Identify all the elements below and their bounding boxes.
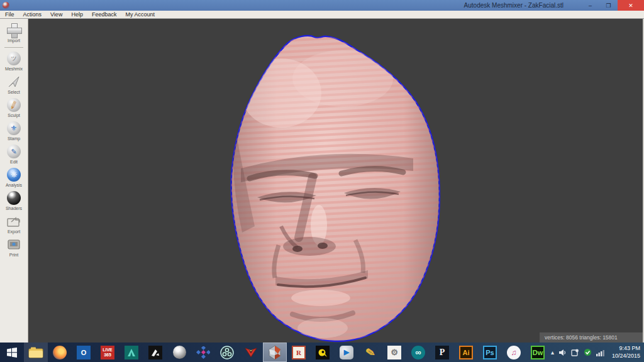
close-button[interactable]: ✕: [618, 0, 644, 11]
red-v-icon: [244, 346, 258, 359]
sync-status-icon[interactable]: [584, 348, 592, 356]
face-model[interactable]: [28, 19, 641, 343]
taskbar-sketch-app[interactable]: ✎: [358, 343, 382, 362]
window-title: Autodesk Meshmixer - ZakFacial.stl: [464, 2, 564, 9]
taskbar-illustrator[interactable]: Ai: [454, 343, 478, 362]
tool-meshmix[interactable]: ツ Meshmix: [0, 51, 28, 71]
meshmixer-window: Autodesk Meshmixer - ZakFacial.stl – ❐ ✕…: [0, 0, 644, 362]
taskbar-app-teal-arch[interactable]: [119, 343, 143, 362]
minimize-button[interactable]: –: [581, 0, 599, 11]
taskbar-carving-tool[interactable]: [143, 343, 167, 362]
processing-p-icon: P: [435, 346, 449, 359]
menu-view[interactable]: View: [50, 11, 62, 18]
taskbar-arduino[interactable]: ∞: [406, 343, 430, 362]
node-network-icon: [196, 346, 210, 359]
menu-feedback[interactable]: Feedback: [92, 11, 117, 18]
sphere-brush-icon: 🖉: [7, 98, 21, 112]
taskbar-media-player[interactable]: ▶: [335, 343, 358, 362]
maximize-button[interactable]: ❐: [599, 0, 618, 11]
taskbar-network-app[interactable]: [191, 343, 215, 362]
menu-actions[interactable]: Actions: [23, 11, 42, 18]
live365-icon: LIVE365: [101, 346, 114, 359]
r-block-icon: R: [292, 346, 306, 359]
mesh-stats: vertices: 8056 triangles: 15801: [540, 332, 643, 343]
folder-arrow-icon: [6, 214, 21, 229]
network-signal-icon[interactable]: [596, 349, 605, 356]
tool-print[interactable]: Print: [0, 237, 28, 257]
firefox-icon: [53, 346, 67, 359]
menubar: File Actions View Help Feedback My Accou…: [0, 11, 644, 19]
clock-date: 10/24/2015: [612, 353, 640, 359]
arduino-icon: ∞: [411, 346, 425, 359]
taskbar-r-block[interactable]: R: [287, 343, 311, 362]
tri-circle-badge-icon: [220, 346, 234, 359]
taskbar: O LIVE365: [0, 343, 644, 362]
carving-tool-icon: [148, 346, 162, 359]
illustrator-icon: Ai: [459, 346, 473, 359]
tool-analysis[interactable]: ❋ Analysis: [0, 167, 28, 187]
taskbar-file-explorer[interactable]: [24, 343, 48, 362]
taskbar-sphere-app[interactable]: [167, 343, 191, 362]
meshmixer-polyhedron-icon: [267, 345, 282, 360]
printer-icon: [6, 237, 21, 252]
menu-file[interactable]: File: [5, 11, 14, 18]
window-controls: – ❐ ✕: [581, 0, 644, 11]
taskbar-firefox[interactable]: [48, 343, 72, 362]
black-sphere-icon: [7, 191, 21, 205]
titlebar: Autodesk Meshmixer - ZakFacial.stl – ❐ ✕: [0, 0, 644, 11]
swirl-sphere-icon: [173, 346, 186, 359]
volume-icon[interactable]: [558, 349, 567, 356]
tool-import[interactable]: Import: [0, 23, 28, 43]
sphere-fleur-icon: ⚜: [7, 121, 21, 135]
3d-viewport[interactable]: vertices: 8056 triangles: 15801: [28, 19, 644, 343]
taskbar-dreamweaver[interactable]: Dw: [526, 343, 550, 362]
tool-palette: Import ツ Meshmix Select 🖉 Sculpt: [0, 19, 28, 343]
start-button[interactable]: [0, 343, 24, 362]
teal-arch-icon: [125, 346, 138, 359]
mesh-stats-text: vertices: 8056 triangles: 15801: [545, 334, 618, 341]
taskbar-red-v-app[interactable]: [239, 343, 263, 362]
taskbar-live365[interactable]: LIVE365: [96, 343, 119, 362]
taskbar-itunes[interactable]: ♫: [502, 343, 526, 362]
arrow-icon: [6, 74, 21, 89]
play-button-icon: ▶: [340, 346, 353, 359]
taskbar-processing[interactable]: P: [430, 343, 454, 362]
pencil-hand-icon: ✎: [362, 344, 379, 361]
menu-my-account[interactable]: My Account: [125, 11, 155, 18]
taskbar-photoshop[interactable]: Ps: [478, 343, 502, 362]
itunes-icon: ♫: [507, 346, 521, 359]
action-center-icon[interactable]: [571, 349, 579, 356]
yellow-comma-icon: [316, 346, 330, 359]
plus-icon: [7, 23, 21, 37]
taskbar-meshmixer-active[interactable]: [263, 343, 287, 362]
tool-sculpt[interactable]: 🖉 Sculpt: [0, 97, 28, 118]
taskbar-yellow-dot-app[interactable]: [311, 343, 335, 362]
dreamweaver-icon: Dw: [531, 346, 545, 359]
meshmixer-app-icon: [3, 2, 9, 9]
sphere-face-icon: ツ: [7, 52, 21, 65]
menu-help[interactable]: Help: [71, 11, 83, 18]
taskbar-tri-circle-app[interactable]: [215, 343, 239, 362]
tool-edit[interactable]: ✎ Edit: [0, 144, 28, 164]
toolbar-divider: [4, 47, 23, 48]
tool-stamp[interactable]: ⚜ Stamp: [0, 121, 28, 141]
windows-logo-icon: [6, 346, 18, 359]
tool-select[interactable]: Select: [0, 74, 28, 94]
model-surface: [217, 25, 456, 343]
wireframe-sphere-icon: ❋: [7, 168, 21, 182]
sphere-pencil-icon: ✎: [7, 145, 21, 158]
hidden-icons-chevron[interactable]: ▴: [551, 349, 554, 356]
tool-export[interactable]: Export: [0, 214, 28, 234]
taskbar-outlook[interactable]: O: [72, 343, 96, 362]
photoshop-icon: Ps: [483, 346, 497, 359]
tool-shaders[interactable]: Shaders: [0, 190, 28, 211]
system-tray: ▴ 9:43 PM 10/24/2015: [551, 343, 644, 362]
folder-icon: [28, 346, 43, 359]
clock-time: 9:43 PM: [612, 345, 640, 352]
outlook-icon: O: [77, 346, 91, 359]
taskbar-clock[interactable]: 9:43 PM 10/24/2015: [609, 345, 640, 359]
taskbar-slicer-app[interactable]: ⚙: [382, 343, 406, 362]
gears-icon: ⚙: [387, 346, 401, 359]
